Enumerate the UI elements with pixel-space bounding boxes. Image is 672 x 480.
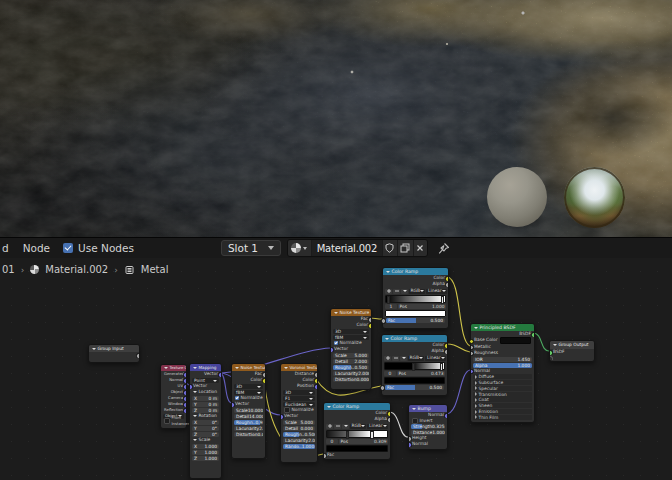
section-expand-icon[interactable] <box>193 439 197 441</box>
collapse-icon[interactable] <box>327 406 331 408</box>
stop-index-field[interactable]: 0 <box>384 371 396 376</box>
add-stop-button[interactable] <box>326 424 333 430</box>
duplicate-material-button[interactable] <box>398 240 414 256</box>
output-socket-alpha[interactable] <box>444 349 447 354</box>
gradient-stop[interactable] <box>370 431 373 439</box>
gradient-bar[interactable] <box>385 295 446 303</box>
empty-input-socket[interactable] <box>550 356 553 360</box>
menu-node[interactable]: Node <box>16 242 57 254</box>
node-noise-texture-2[interactable]: Noise Texture Fac Color 3D fBM Normalize… <box>330 308 372 390</box>
normalize-checkbox[interactable] <box>334 341 338 345</box>
breadcrumb-node-group[interactable]: Metal <box>141 264 169 275</box>
distortion-slider[interactable]: Distortion0.000 <box>234 432 263 437</box>
node-voronoi-texture[interactable]: Voronoi Texture Distance Color Position … <box>280 363 318 463</box>
interpolation-dropdown[interactable]: Linear <box>367 424 388 430</box>
gradient-bar[interactable] <box>326 430 388 438</box>
from-instancer-checkbox[interactable] <box>164 418 170 424</box>
stop-color-swatch[interactable] <box>326 445 388 452</box>
detail-slider[interactable]: Detail2.000 <box>333 359 369 364</box>
ramp-options-button[interactable] <box>342 424 349 430</box>
ramp-options-button[interactable] <box>401 289 408 295</box>
collapse-icon[interactable] <box>284 367 288 369</box>
randomness-slider[interactable]: Rando..1.000 <box>283 444 315 449</box>
panel-sheen[interactable]: Sheen <box>473 403 532 408</box>
stop-index-field[interactable]: 0 <box>326 439 338 444</box>
interpolation-dropdown[interactable]: Linear <box>426 289 447 295</box>
gradient-stop[interactable] <box>346 431 349 439</box>
scale-z-field[interactable]: Z1.000 <box>192 456 219 461</box>
node-bump[interactable]: Bump Normal Invert Strength0.325 Distanc… <box>408 404 448 450</box>
collapse-icon[interactable] <box>385 338 389 340</box>
rotation-z-field[interactable]: Z0° <box>192 432 219 437</box>
stop-position-slider[interactable]: Pos0.309 <box>339 439 388 444</box>
gradient-stop[interactable] <box>440 363 443 371</box>
color-mode-dropdown[interactable]: RGB <box>409 289 425 295</box>
slot-dropdown[interactable]: Slot 1 <box>221 240 281 256</box>
pin-icon[interactable] <box>437 242 450 255</box>
scale-slider[interactable]: Scale10.000 <box>234 408 263 413</box>
scale-slider[interactable]: Scale5.000 <box>333 353 369 358</box>
roughness-slider[interactable]: Roughn..0.500 <box>333 365 369 370</box>
location-x-field[interactable]: X0 m <box>192 396 219 401</box>
color-mode-dropdown[interactable]: RGB <box>350 424 366 430</box>
dimensions-dropdown[interactable]: 3D <box>234 384 263 389</box>
panel-subsurface[interactable]: Subsurface <box>473 380 532 385</box>
add-stop-button[interactable] <box>384 356 391 362</box>
roughness-slider[interactable]: Roughn..0.500 <box>283 432 315 437</box>
stop-color-swatch[interactable] <box>385 310 446 317</box>
panel-specular[interactable]: Specular <box>473 386 532 391</box>
material-name-field[interactable]: Material.002 <box>312 240 383 256</box>
detail-slider[interactable]: Detail14.000 <box>234 414 263 419</box>
section-expand-icon[interactable] <box>193 415 197 417</box>
gradient-bar[interactable] <box>384 362 445 370</box>
fake-user-shield-button[interactable] <box>383 240 398 256</box>
roughness-slider[interactable]: Roughn..0.910 <box>234 420 263 425</box>
unlink-material-button[interactable] <box>414 240 427 256</box>
invert-checkbox[interactable] <box>412 418 418 424</box>
collapse-icon[interactable] <box>193 367 197 369</box>
location-y-field[interactable]: Y0 m <box>192 402 219 407</box>
normalize-checkbox[interactable] <box>235 396 239 400</box>
collapse-icon[interactable] <box>412 408 416 410</box>
remove-stop-button[interactable] <box>393 289 400 295</box>
gradient-stop[interactable] <box>412 363 415 371</box>
node-group-input[interactable]: Group Input <box>88 344 140 363</box>
panel-transmission[interactable]: Transmission <box>473 392 532 397</box>
collapse-icon[interactable] <box>164 367 168 369</box>
use-nodes-checkbox[interactable] <box>63 243 73 253</box>
scale-x-field[interactable]: X1.000 <box>192 444 219 449</box>
collapse-icon[interactable] <box>235 367 239 369</box>
lacunarity-slider[interactable]: Lacunarity2.000 <box>333 371 369 376</box>
collapse-icon[interactable] <box>386 271 390 273</box>
output-socket-color[interactable] <box>368 323 371 328</box>
dimensions-dropdown[interactable]: 3D <box>333 329 369 334</box>
collapse-icon[interactable] <box>334 312 338 314</box>
node-texture-coordinate[interactable]: Texture Coordinate Generated Normal UV O… <box>160 364 187 429</box>
collapse-icon[interactable] <box>92 348 96 350</box>
fac-slider[interactable]: Fac0.500 <box>386 318 445 323</box>
node-color-ramp-3[interactable]: Color Ramp Color Alpha RGB Linear 0 Pos0… <box>323 402 391 460</box>
remove-stop-button[interactable] <box>392 356 399 362</box>
material-browse-button[interactable] <box>288 240 312 256</box>
scale-y-field[interactable]: Y1.000 <box>192 450 219 455</box>
dimensions-dropdown[interactable]: 3D <box>283 390 315 395</box>
output-socket-normal[interactable] <box>444 413 447 418</box>
stop-position-slider[interactable]: Pos1.000 <box>398 304 446 309</box>
collapse-icon[interactable] <box>553 344 557 346</box>
lacunarity-slider[interactable]: Lacunarity2.000 <box>283 438 315 443</box>
node-mapping[interactable]: Mapping Vector Point Vector Location X0 … <box>189 363 222 479</box>
lacunarity-slider[interactable]: Lacunarity2.000 <box>234 426 263 431</box>
color-mode-dropdown[interactable]: RGB <box>408 356 424 362</box>
output-socket[interactable] <box>136 353 139 358</box>
ior-slider[interactable]: IOR1.450 <box>473 357 532 362</box>
node-editor-canvas[interactable]: 01 › Material.002 › Metal <box>0 258 672 480</box>
node-group-output[interactable]: Group Output BSDF <box>549 340 595 362</box>
output-socket-vector[interactable] <box>218 372 221 377</box>
strength-slider[interactable]: Strength0.325 <box>411 424 445 429</box>
distortion-slider[interactable]: Distortion0.000 <box>333 377 369 382</box>
output-socket-alpha[interactable] <box>387 417 390 422</box>
output-socket-color[interactable] <box>262 378 265 383</box>
ramp-options-button[interactable] <box>400 356 407 362</box>
interpolation-dropdown[interactable]: Linear <box>425 356 446 362</box>
breadcrumb-root[interactable]: 01 <box>2 264 15 275</box>
